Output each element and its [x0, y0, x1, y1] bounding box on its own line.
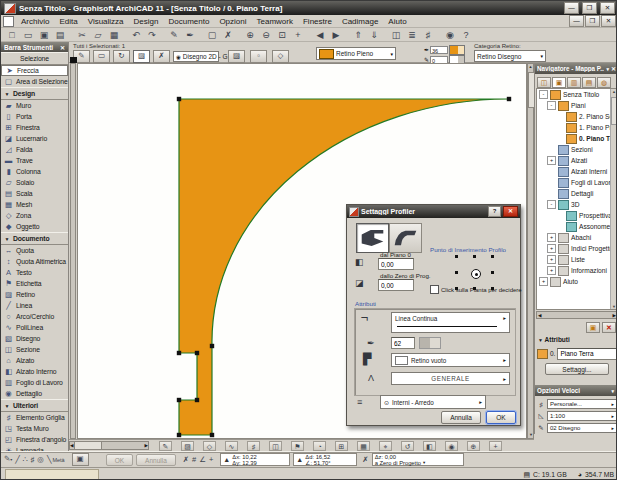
mdi-close-button[interactable]: ✕ — [601, 15, 616, 27]
project-chooser-icon[interactable]: ◫ — [537, 77, 551, 88]
camera-display-icon[interactable]: ◉ — [445, 441, 458, 451]
pick-on-plan-checkbox[interactable]: Click sulla Pianta per decidere — [430, 285, 522, 294]
markers-display-icon[interactable]: ⚑ — [291, 441, 304, 451]
fit-in-window-icon[interactable]: ⊡ — [274, 29, 290, 41]
pickup-parameters-icon[interactable]: ✎ — [166, 29, 182, 41]
tree-item[interactable]: - Senza Titolo — [537, 89, 617, 100]
tree-item[interactable]: - 3D — [537, 199, 617, 210]
layer-dropdown[interactable]: ⊙ Interni - Arredo ▸ — [380, 395, 486, 409]
toolbox-item[interactable]: ∿ PoliLinea — [1, 322, 68, 333]
camera-icon[interactable]: ◉ — [442, 29, 458, 41]
help-icon[interactable]: ? — [458, 29, 474, 41]
toolbox-item[interactable]: ◪ Lucernario — [1, 133, 68, 144]
contour-pen-input[interactable]: 36 — [430, 46, 448, 54]
zoom-level-icon[interactable]: ⊕ — [467, 441, 480, 451]
menu-item[interactable]: Archivio — [16, 17, 54, 26]
toolbox-item[interactable]: ↕ Quota Altimetrica — [1, 256, 68, 267]
tree-item[interactable]: + Aiuto — [537, 276, 617, 287]
toolbox-item[interactable]: ▨ Retino — [1, 289, 68, 300]
material-dropdown[interactable]: GENERALE ▸ — [391, 372, 510, 385]
canvas-vertical-scrollbar[interactable]: ▲▼ — [527, 63, 534, 439]
layout-book-icon[interactable]: ▤ — [582, 77, 596, 88]
fills-display-icon[interactable]: ▨ — [181, 441, 194, 451]
tree-item[interactable]: Alzati Interni — [537, 166, 617, 177]
tree-horizontal-scrollbar[interactable]: ◀▶ — [536, 311, 617, 319]
paste-icon[interactable]: ▦ — [106, 29, 122, 41]
mdi-minimize-button[interactable]: — — [569, 15, 584, 27]
pen-color-button[interactable] — [419, 337, 441, 349]
zoom-out-icon[interactable]: ⊖ — [258, 29, 274, 41]
toolbox-item[interactable]: ◫ Sezione — [1, 344, 68, 355]
toolbox-item[interactable]: ◆ Oggetto — [1, 221, 68, 232]
cut-icon[interactable]: ✂ — [74, 29, 90, 41]
toolbox-item[interactable]: ♯ Elemento Griglia — [1, 412, 68, 423]
cancel-button[interactable]: Annulla — [441, 411, 481, 424]
trace-reference-icon[interactable]: ▫ — [250, 50, 267, 63]
tree-item[interactable]: Fogli di Lavoro — [537, 177, 617, 188]
navigator-header[interactable]: Navigatore - Mappa P... ▾ ✕ — [535, 63, 617, 74]
dialog-close-button[interactable]: ✕ — [503, 206, 518, 217]
rebuild-icon[interactable]: ↺ — [401, 441, 414, 451]
profile-mode-extruded-button[interactable] — [356, 223, 389, 253]
attributes-panel-header[interactable]: ▼ Attributi — [538, 336, 570, 343]
zones-display-icon[interactable]: ◇ — [203, 441, 216, 451]
linetype-dropdown[interactable]: Linea Continua ▸ — [391, 312, 510, 333]
relative-coords-icon[interactable]: # — [192, 454, 196, 466]
tree-expander[interactable]: + — [547, 266, 556, 275]
toolbox-item[interactable]: ▬ Trave — [1, 155, 68, 166]
toolbox-item[interactable]: A Testo — [1, 267, 68, 278]
from-project-zero-input[interactable] — [378, 279, 414, 291]
toolbox-item[interactable]: ⊞ Finestra — [1, 122, 68, 133]
tree-item[interactable]: Dettagli — [537, 188, 617, 199]
story-settings-button[interactable]: Settaggi... — [545, 363, 609, 375]
snap-points-icon[interactable]: ∴ — [23, 454, 28, 466]
next-view-icon[interactable]: ▶ — [328, 29, 344, 41]
navigator-close-icon[interactable]: ✕ — [611, 65, 616, 72]
angle-icon[interactable]: ∠ — [199, 454, 206, 466]
menu-item[interactable]: Edita — [54, 17, 82, 26]
tree-item[interactable]: + Liste — [537, 254, 617, 265]
dialog-help-button[interactable]: ? — [488, 206, 501, 217]
toolbox-item[interactable]: ▰ Muro — [1, 100, 68, 111]
menu-item[interactable]: Teamwork — [252, 17, 298, 26]
copy-icon[interactable]: ▱ — [90, 29, 106, 41]
properties-button[interactable]: ▣ — [586, 322, 600, 333]
project-map-icon[interactable]: ▣ — [552, 77, 566, 88]
geometry-method-icon[interactable]: ▭ — [93, 50, 110, 63]
toolbox-item[interactable]: ◳ Testa Muro — [1, 423, 68, 434]
toolbox-item[interactable]: ▤ Scala — [1, 188, 68, 199]
story-name-input[interactable] — [557, 348, 617, 360]
canvas-horizontal-scrollbar[interactable]: ◀▶ — [69, 441, 149, 450]
cutaway-icon[interactable]: ◧ — [423, 441, 436, 451]
distance-angle-box[interactable]: ▲ Δd: 16,52 ∠: 51,70° — [293, 453, 357, 466]
canvas-left-scrollbar[interactable] — [70, 63, 76, 439]
tree-expander[interactable]: - — [539, 90, 548, 99]
tree-item[interactable]: 2. Piano Second — [537, 111, 617, 122]
tree-item[interactable]: Prospettiva Gen — [537, 210, 617, 221]
toolbox-item[interactable]: ⚑ Etichetta — [1, 278, 68, 289]
ok-button[interactable]: OK — [486, 411, 516, 424]
section-display-icon[interactable]: ◫ — [269, 441, 282, 451]
story-down-icon[interactable]: ⇓ — [366, 29, 382, 41]
new-icon[interactable]: □ — [4, 29, 20, 41]
checkbox-icon[interactable] — [430, 285, 439, 294]
inject-parameters-icon[interactable]: ✒ — [182, 29, 198, 41]
from-story-input[interactable] — [378, 258, 414, 270]
collapse-icon[interactable]: ▾ — [611, 388, 614, 394]
cursor-snap-icon[interactable]: ◎ — [37, 454, 44, 466]
save-icon[interactable]: ▣ — [36, 29, 52, 41]
tree-item[interactable]: + Alzati — [537, 155, 617, 166]
toolbox-item[interactable]: ▢ Area di Selezione — [1, 76, 68, 87]
redo-icon[interactable]: ↷ — [144, 29, 160, 41]
fill-category-dropdown[interactable]: Retino Disegno ▾ — [474, 50, 546, 62]
pickaxe-icon[interactable]: ✗ — [153, 50, 170, 63]
toolbox-item[interactable]: ⌂ Alzato — [1, 355, 68, 366]
north-icon[interactable]: ◔ — [313, 441, 326, 451]
menu-item[interactable]: Aiuto — [383, 17, 411, 26]
layers-icon[interactable]: ≣ — [404, 29, 420, 41]
profile-mode-revolved-button[interactable] — [389, 223, 422, 253]
quick-option-dropdown[interactable]: 02 Disegno ▸ — [547, 423, 617, 433]
tree-item[interactable]: Assonometria G — [537, 221, 617, 232]
spline-display-icon[interactable]: ∿ — [225, 441, 238, 451]
tree-item[interactable]: + Abachi — [537, 232, 617, 243]
